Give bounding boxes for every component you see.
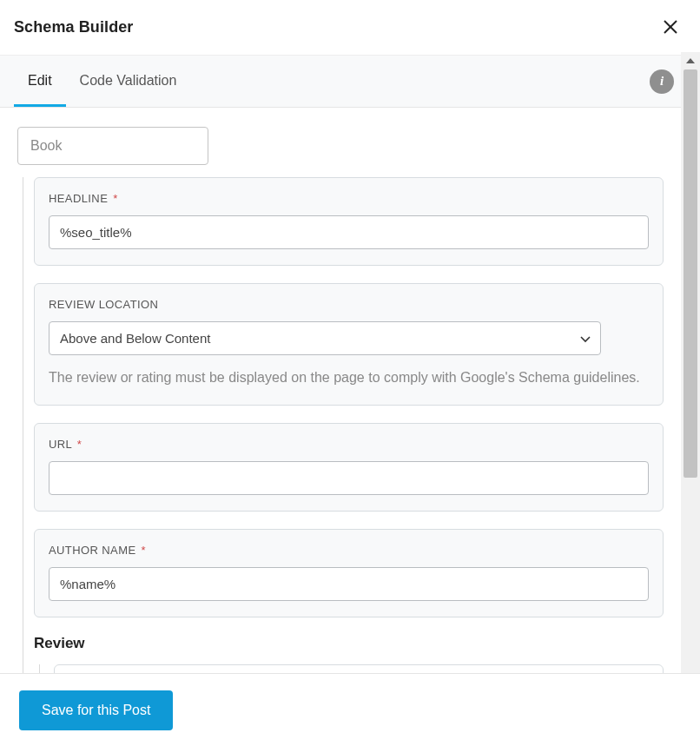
field-url-label: URL * [49,438,649,451]
label-text: AUTHOR NAME [49,544,135,557]
scrollbar-track[interactable] [681,52,700,746]
schema-type-box[interactable]: Book [17,127,208,165]
url-input[interactable] [49,461,649,495]
headline-input[interactable] [49,215,649,249]
label-text: HEADLINE [49,192,108,205]
form-scroll-area: Book HEADLINE * REVIEW LOCATION Above an… [0,105,681,673]
scrollbar-up-arrow[interactable] [681,52,700,69]
field-url: URL * [34,423,664,512]
label-text: URL [49,438,72,451]
info-icon: i [660,75,664,88]
field-review-location-label: REVIEW LOCATION [49,298,649,311]
tab-edit[interactable]: Edit [14,56,66,107]
review-subtree: RATING [39,664,664,673]
close-button[interactable] [658,15,683,39]
save-button[interactable]: Save for this Post [19,690,173,730]
info-button[interactable]: i [650,69,674,94]
review-location-select[interactable]: Above and Below Content [49,321,601,355]
dialog-title: Schema Builder [14,18,133,36]
field-author-name: AUTHOR NAME * [34,529,664,617]
review-location-select-wrap: Above and Below Content [49,321,601,355]
required-marker: * [141,544,145,557]
svg-marker-2 [686,58,695,63]
section-review-title: Review [34,635,664,652]
tabs-row: Edit Code Validation i [0,56,700,108]
label-text: REVIEW LOCATION [49,298,158,311]
field-headline: HEADLINE * [34,177,664,266]
review-location-help: The review or rating must be displayed o… [49,367,649,389]
field-rating: RATING [54,664,664,673]
author-name-input[interactable] [49,567,649,601]
title-bar: Schema Builder [0,0,700,56]
field-review-location: REVIEW LOCATION Above and Below Content … [34,283,664,406]
field-headline-label: HEADLINE * [49,192,649,205]
required-marker: * [113,192,117,205]
scrollbar-thumb[interactable] [683,69,697,478]
fields-tree: HEADLINE * REVIEW LOCATION Above and Bel… [23,177,664,673]
footer-bar: Save for this Post [0,673,700,746]
required-marker: * [77,438,82,451]
close-icon [662,18,679,36]
field-author-name-label: AUTHOR NAME * [49,544,649,557]
tab-code-validation[interactable]: Code Validation [66,56,191,107]
